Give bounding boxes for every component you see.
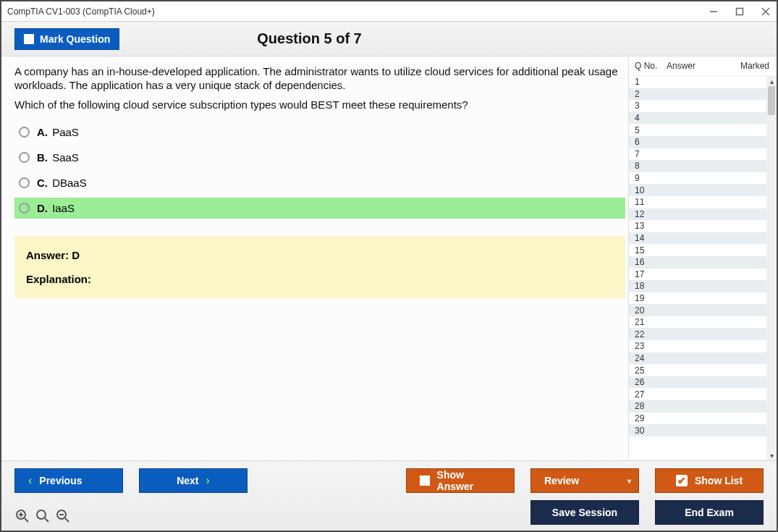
question-text-1: A company has an in-house-developed appl… — [14, 65, 625, 93]
scroll-thumb[interactable] — [768, 86, 775, 115]
question-row[interactable]: 13 — [629, 220, 766, 232]
choice-text: A. PaaS — [37, 126, 79, 138]
checkbox-checked-icon: ✔ — [676, 475, 688, 486]
col-qno: Q No. — [635, 61, 667, 71]
answer-label: Answer: D — [26, 249, 614, 261]
explanation-label: Explanation: — [26, 273, 614, 285]
question-row[interactable]: 4 — [629, 112, 766, 124]
question-row[interactable]: 23 — [629, 340, 766, 352]
question-row[interactable]: 17 — [629, 269, 766, 281]
question-row[interactable]: 2 — [629, 88, 766, 101]
svg-rect-1 — [737, 8, 743, 14]
svg-line-9 — [45, 518, 48, 522]
end-exam-label: End Exam — [685, 507, 734, 518]
question-row[interactable]: 11 — [629, 196, 766, 208]
answer-panel: Answer: D Explanation: — [14, 236, 625, 298]
question-row[interactable]: 18 — [629, 280, 766, 292]
show-answer-label: Show Answer — [437, 469, 501, 492]
radio-icon — [19, 177, 30, 188]
scrollbar[interactable]: ▴ ▾ — [766, 76, 777, 460]
body: A company has an in-house-developed appl… — [1, 56, 777, 460]
choice-text: B. SaaS — [37, 151, 79, 164]
mark-question-button[interactable]: Mark Question — [14, 28, 119, 50]
question-list-body: 1234567891011121314151617181920212223242… — [629, 76, 777, 460]
next-button[interactable]: Next › — [139, 468, 248, 493]
question-row[interactable]: 16 — [629, 256, 766, 269]
zoom-in-icon[interactable] — [35, 508, 51, 524]
choice-a[interactable]: A. PaaS — [14, 122, 625, 143]
save-session-label: Save Session — [552, 507, 617, 518]
choice-list: A. PaaSB. SaaSC. DBaaSD. IaaS — [14, 122, 625, 219]
chevron-down-icon: ▾ — [627, 477, 631, 485]
close-button[interactable] — [759, 5, 772, 18]
minimize-button[interactable] — [707, 5, 720, 18]
zoom-out-icon[interactable] — [55, 508, 71, 524]
question-list-panel: Q No. Answer Marked 12345678910111213141… — [628, 56, 777, 460]
checkbox-empty-icon — [24, 34, 34, 44]
svg-line-11 — [65, 518, 69, 522]
previous-button[interactable]: ‹ Previous — [14, 468, 123, 493]
question-row[interactable]: 1 — [629, 76, 766, 88]
choice-d[interactable]: D. IaaS — [14, 198, 625, 219]
checkbox-empty-icon — [420, 476, 430, 486]
question-row[interactable]: 19 — [629, 292, 766, 305]
question-row[interactable]: 3 — [629, 100, 766, 112]
question-row[interactable]: 30 — [629, 424, 766, 436]
zoom-controls — [14, 508, 71, 524]
choice-text: C. DBaaS — [37, 177, 87, 189]
question-row[interactable]: 6 — [629, 136, 766, 148]
show-list-label: Show List — [695, 475, 743, 486]
question-list-header: Q No. Answer Marked — [629, 56, 777, 76]
col-marked: Marked — [733, 61, 772, 71]
question-row[interactable]: 21 — [629, 316, 766, 329]
question-row[interactable]: 10 — [629, 184, 766, 196]
question-row[interactable]: 24 — [629, 352, 766, 365]
svg-line-5 — [25, 518, 28, 522]
choice-c[interactable]: C. DBaaS — [14, 172, 625, 193]
svg-point-8 — [37, 510, 46, 519]
show-list-button[interactable]: ✔ Show List — [655, 468, 764, 493]
chevron-left-icon: ‹ — [28, 474, 32, 487]
review-label: Review — [544, 475, 579, 486]
question-row[interactable]: 12 — [629, 208, 766, 221]
radio-icon — [19, 152, 30, 163]
chevron-right-icon: › — [206, 474, 210, 487]
col-answer: Answer — [667, 61, 733, 71]
next-label: Next — [177, 475, 198, 486]
question-row[interactable]: 25 — [629, 364, 766, 376]
choice-b[interactable]: B. SaaS — [14, 147, 625, 168]
mark-question-label: Mark Question — [40, 33, 110, 45]
question-row[interactable]: 20 — [629, 304, 766, 316]
zoom-reset-icon[interactable] — [14, 508, 30, 524]
question-row[interactable]: 14 — [629, 232, 766, 245]
show-answer-button[interactable]: Show Answer — [406, 468, 515, 493]
question-row[interactable]: 29 — [629, 413, 766, 425]
question-row[interactable]: 8 — [629, 160, 766, 172]
question-pane: A company has an in-house-developed appl… — [1, 56, 628, 460]
review-button[interactable]: Review ▾ — [530, 468, 639, 493]
question-text-2: Which of the following cloud service sub… — [14, 98, 625, 112]
choice-text: D. IaaS — [37, 202, 75, 214]
scroll-up-icon[interactable]: ▴ — [766, 76, 777, 86]
radio-icon — [19, 127, 30, 138]
footer: ‹ Previous Next › Show Answer Review ▾ ✔… — [1, 460, 777, 531]
end-exam-button[interactable]: End Exam — [655, 500, 764, 525]
question-row[interactable]: 9 — [629, 172, 766, 185]
maximize-button[interactable] — [733, 5, 746, 18]
question-row[interactable]: 27 — [629, 388, 766, 400]
question-row[interactable]: 28 — [629, 400, 766, 413]
question-row[interactable]: 7 — [629, 148, 766, 161]
question-row[interactable]: 5 — [629, 124, 766, 136]
scroll-down-icon[interactable]: ▾ — [766, 450, 777, 460]
app-window: CompTIA CV1-003 (CompTIA Cloud+) Mark Qu… — [0, 0, 778, 532]
radio-icon — [19, 203, 30, 214]
save-session-button[interactable]: Save Session — [530, 500, 639, 525]
question-row[interactable]: 15 — [629, 244, 766, 256]
header-bar: Mark Question Question 5 of 7 — [1, 22, 777, 56]
question-row[interactable]: 26 — [629, 376, 766, 389]
title-bar: CompTIA CV1-003 (CompTIA Cloud+) — [1, 1, 777, 22]
window-title: CompTIA CV1-003 (CompTIA Cloud+) — [7, 7, 155, 17]
window-controls — [707, 5, 772, 18]
question-row[interactable]: 22 — [629, 328, 766, 340]
previous-label: Previous — [39, 475, 82, 486]
